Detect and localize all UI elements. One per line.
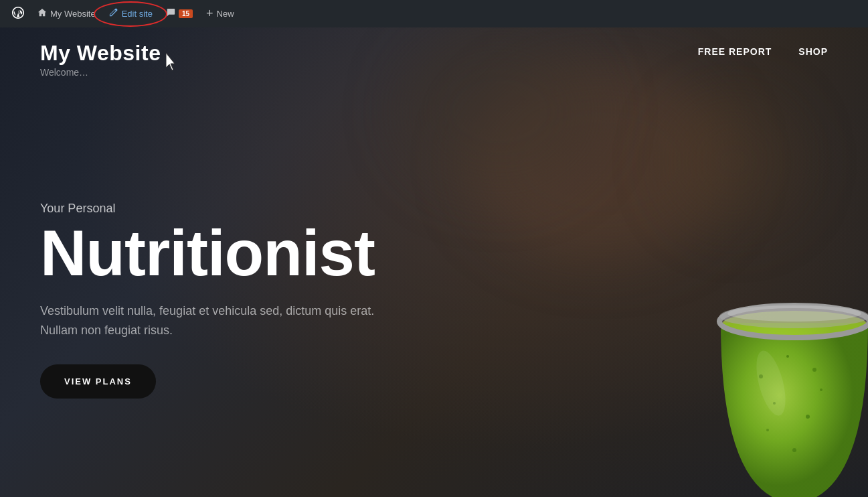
edit-site-icon (109, 8, 118, 20)
new-item[interactable]: + New (199, 0, 241, 27)
house-icon (37, 8, 47, 20)
smoothie-image (707, 296, 868, 497)
svg-point-9 (766, 429, 769, 431)
edit-site-label: Edit site (122, 9, 153, 19)
svg-point-5 (786, 355, 789, 358)
new-label: New (217, 9, 234, 19)
nav-free-report[interactable]: FREE REPORT (698, 46, 772, 57)
svg-point-11 (792, 448, 796, 452)
site-title: My Website (40, 41, 161, 66)
smoothie-svg (707, 296, 868, 497)
view-plans-button[interactable]: VIEW PLANS (40, 364, 156, 399)
svg-point-8 (806, 415, 810, 419)
svg-point-10 (820, 388, 822, 391)
comments-item[interactable]: 15 (159, 0, 199, 27)
site-header: My Website Welcome… FREE REPORT SHOP (0, 27, 868, 91)
comments-count-badge: 15 (179, 9, 193, 18)
nav-shop[interactable]: SHOP (798, 46, 828, 57)
hero-description: Vestibulum velit nulla, feugiat et vehic… (40, 301, 415, 340)
site-title-group: My Website Welcome… (40, 41, 161, 78)
edit-site-item[interactable]: Edit site (102, 0, 159, 27)
plus-icon: + (206, 7, 213, 21)
site-name-label: My Website (50, 9, 96, 19)
hero-title: Nutritionist (40, 221, 415, 285)
comments-icon (166, 8, 175, 20)
wp-logo-item[interactable] (5, 0, 31, 27)
bg-shape-3 (667, 94, 801, 228)
hero-subtitle: Your Personal (40, 202, 415, 216)
svg-point-6 (812, 368, 816, 372)
wordpress-icon (12, 7, 24, 21)
admin-bar: My Website Edit site 15 + New (0, 0, 868, 27)
main-content: My Website Welcome… FREE REPORT SHOP You… (0, 27, 868, 497)
site-tagline: Welcome… (40, 67, 161, 78)
site-nav: FREE REPORT SHOP (698, 41, 828, 57)
hero-content: Your Personal Nutritionist Vestibulum ve… (40, 202, 415, 399)
site-name-item[interactable]: My Website (31, 0, 102, 27)
svg-point-14 (727, 305, 861, 322)
